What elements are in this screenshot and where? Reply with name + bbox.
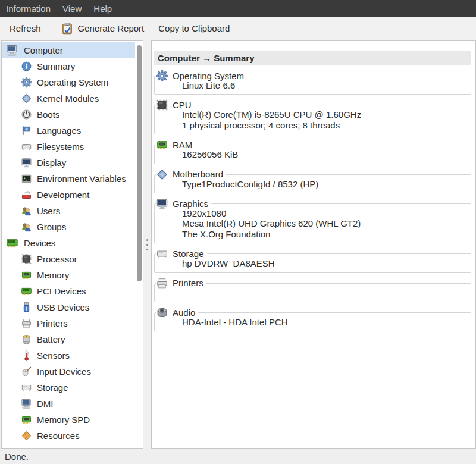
section-title: Operating System [173, 70, 244, 82]
section-storage: Storage hp DVDRW DA8AESH [154, 253, 471, 272]
sidebar-tree: Computer Summary Operating System Kernel… [1, 40, 143, 449]
display-icon [21, 157, 32, 168]
generate-report-button[interactable]: Generate Report [54, 19, 152, 38]
section-motherboard: Motherboard Type1ProductConfigId / 8532 … [154, 174, 471, 193]
sidebar-item-groups[interactable]: Groups [2, 219, 135, 235]
info-line: Mesa Intel(R) UHD Graphics 620 (WHL GT2) [182, 218, 466, 228]
refresh-button[interactable]: Refresh [2, 19, 48, 38]
refresh-button-label: Refresh [10, 23, 41, 33]
resources-icon [21, 430, 32, 441]
section-legend: Graphics [156, 197, 211, 210]
users-icon [21, 205, 32, 217]
toolbar-separator [51, 21, 51, 36]
section-frame: Printers [154, 283, 471, 302]
sidebar-item-display[interactable]: Display [2, 155, 135, 171]
sidebar-item-input-devices[interactable]: Input Devices [2, 363, 135, 380]
copy-to-clipboard-button[interactable]: Copy to Clipboard [151, 19, 237, 38]
toolbar: Refresh Generate Report Copy to Clipboar… [0, 17, 476, 40]
section-legend: Operating System [156, 70, 247, 82]
section-frame: Motherboard Type1ProductConfigId / 8532 … [154, 174, 471, 193]
chip-icon [156, 99, 168, 111]
gear-icon [21, 77, 32, 88]
menubar: Information View Help [0, 0, 476, 17]
audio-icon [156, 306, 168, 319]
display-icon [156, 197, 168, 210]
system-profiler-window: Information View Help Refresh Generate R… [0, 0, 476, 464]
section-title: Storage [173, 248, 204, 260]
sidebar-item-dmi[interactable]: DMI [2, 396, 135, 412]
section-cpu: CPU Intel(R) Core(TM) i5-8265U CPU @ 1.6… [154, 105, 471, 134]
computer-icon [21, 398, 32, 409]
main-area: Computer Summary Operating System Kernel… [0, 40, 476, 449]
sidebar-item-summary[interactable]: Summary [2, 58, 135, 74]
info-icon [21, 61, 32, 72]
info-line [182, 288, 466, 298]
sidebar-item-development[interactable]: Development [2, 187, 135, 203]
sidebar-item-users[interactable]: Users [2, 203, 135, 219]
module-icon [21, 93, 32, 104]
sidebar-item-memory[interactable]: Memory [2, 267, 135, 283]
gear-icon [156, 70, 168, 82]
sidebar-item-processor[interactable]: Processor [2, 251, 135, 267]
sidebar-item-printers[interactable]: Printers [2, 315, 135, 331]
battery-icon [21, 334, 32, 345]
users-icon [21, 221, 32, 233]
mouse-icon [21, 366, 32, 377]
pane-splitter[interactable] [143, 40, 151, 449]
pcicard-icon [21, 286, 32, 297]
memchip-icon [21, 414, 32, 425]
section-operating-system: Operating System Linux Lite 6.6 [154, 76, 471, 95]
devtools-icon [21, 189, 32, 200]
sidebar-item-devices[interactable]: Devices [2, 235, 135, 251]
sidebar-item-battery[interactable]: Battery [2, 331, 135, 347]
sidebar-item-pci-devices[interactable]: PCI Devices [2, 283, 135, 299]
info-line: hp DVDRW DA8AESH [182, 258, 466, 268]
status-bar: Done. [0, 449, 476, 464]
menu-view[interactable]: View [57, 0, 87, 17]
drive-icon [21, 382, 32, 393]
sidebar-item-storage[interactable]: Storage [2, 380, 135, 396]
generate-report-label: Generate Report [78, 23, 145, 33]
section-title: RAM [173, 139, 192, 151]
module-icon [156, 168, 168, 181]
breadcrumb: Computer → Summary [154, 51, 471, 65]
flag-icon [21, 125, 32, 136]
memchip-icon [156, 139, 168, 151]
sidebar-item-kernel-modules[interactable]: Kernel Modules [2, 90, 135, 106]
clipboard-check-icon [61, 22, 74, 35]
section-frame: Storage hp DVDRW DA8AESH [154, 253, 471, 272]
section-title: Motherboard [173, 168, 223, 180]
info-line: Intel(R) Core(TM) i5-8265U CPU @ 1.60GHz [182, 109, 466, 120]
usb-icon [21, 302, 32, 313]
section-title: CPU [173, 99, 192, 111]
pcicard-icon [5, 237, 19, 249]
section-frame: CPU Intel(R) Core(TM) i5-8265U CPU @ 1.6… [154, 105, 471, 134]
sidebar-item-memory-spd[interactable]: Memory SPD [2, 412, 135, 428]
menu-information[interactable]: Information [0, 0, 57, 17]
section-legend: Printers [156, 277, 206, 290]
printer-icon [21, 318, 32, 329]
section-legend: Motherboard [156, 168, 226, 181]
sidebar-item-sensors[interactable]: Sensors [2, 347, 135, 363]
sidebar-item-environment-variables[interactable]: Environment Variables [2, 171, 135, 187]
sidebar-item-operating-system[interactable]: Operating System [2, 74, 135, 90]
section-title: Audio [173, 307, 195, 319]
section-frame: Graphics 1920x1080Mesa Intel(R) UHD Grap… [154, 203, 471, 243]
menu-help[interactable]: Help [87, 0, 118, 17]
printer-icon [156, 277, 168, 290]
sidebar-item-usb-devices[interactable]: USB Devices [2, 299, 135, 315]
copy-to-clipboard-label: Copy to Clipboard [158, 23, 230, 33]
sidebar-item-computer[interactable]: Computer [2, 42, 135, 58]
sidebar-item-filesystems[interactable]: Filesystems [2, 139, 135, 155]
sidebar-item-resources[interactable]: Resources [2, 428, 135, 444]
sidebar-scrollbar[interactable] [137, 45, 142, 281]
section-audio: Audio HDA-Intel - HDA Intel PCH [154, 312, 471, 331]
section-legend: CPU [156, 99, 195, 111]
section-title: Graphics [173, 198, 208, 210]
section-frame: RAM 16256056 KiB [154, 145, 471, 164]
info-line: 1 physical processor; 4 cores; 8 threads [182, 120, 466, 130]
sidebar-item-languages[interactable]: Languages [2, 123, 135, 139]
section-printers: Printers [154, 283, 471, 302]
section-title: Printers [173, 277, 203, 289]
sidebar-item-boots[interactable]: Boots [2, 106, 135, 123]
